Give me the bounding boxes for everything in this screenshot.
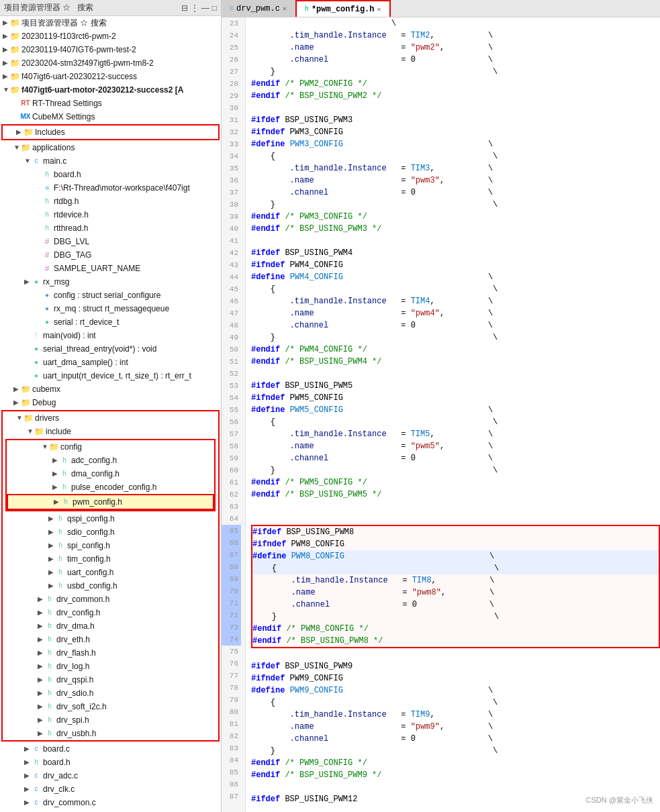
arrow-icon: ▶	[48, 526, 55, 538]
sidebar-item-drv-eth-h[interactable]: ▶ h drv_eth.h	[3, 633, 218, 646]
sidebar-item-f407gen[interactable]: ■ F:\Rt-Thread\motor-workspace\f407igt	[0, 181, 221, 195]
line-70: 70	[222, 585, 241, 597]
sidebar-item-dbg-tag[interactable]: # DBG_TAG	[0, 248, 221, 262]
line-47: 47	[222, 307, 241, 319]
sidebar-item-drv-dma-h[interactable]: ▶ h drv_dma.h	[3, 619, 218, 633]
sidebar-item-proj6-active[interactable]: ▼ 📁 f407igt6-uart-motor-20230212-success…	[0, 83, 221, 97]
line-34: 34	[222, 150, 241, 162]
sidebar-item-rtdbg[interactable]: h rtdbg.h	[0, 195, 221, 208]
sidebar-item-drv-adc-c[interactable]: ▶ c drv_adc.c	[0, 769, 221, 782]
sidebar-item-drivers[interactable]: ▼ 📁 drivers	[3, 411, 218, 425]
sidebar-item-usbd-config[interactable]: ▶ h usbd_config.h	[3, 579, 218, 593]
code-line-55: #define PWM5_CONFIG \	[251, 404, 660, 416]
drv-spi-h-label: drv_spi.h	[56, 714, 89, 726]
sidebar-item-drv-config-h[interactable]: ▶ h drv_config.h	[3, 606, 218, 619]
tab-close-icon[interactable]: ✕	[283, 5, 287, 13]
uart-input-label: uart_input(rt_device_t, rt_size_t) : rt_…	[43, 370, 191, 382]
arrow-icon: ▶	[3, 30, 9, 42]
code-line-41	[251, 235, 660, 247]
sidebar-item-config-serial[interactable]: ● config : struct serial_configure	[0, 289, 221, 302]
sidebar-item-rtthread[interactable]: RT RT-Thread Settings	[0, 97, 221, 110]
sidebar-item-uart-dma[interactable]: ● uart_dma_sample() : int	[0, 356, 221, 369]
sidebar-item-sample-uart[interactable]: # SAMPLE_UART_NAME	[0, 262, 221, 275]
sidebar-item-proj2[interactable]: ▶ 📁 20230119-f103rct6-pwm-2	[0, 30, 221, 43]
sidebar-item-pulse-encoder[interactable]: ▶ h pulse_encoder_config.h	[7, 480, 214, 494]
minimize-icon[interactable]: —	[201, 3, 209, 13]
line-25: 25	[222, 42, 241, 54]
sidebar-item-sdio-config[interactable]: ▶ h sdio_config.h	[3, 525, 218, 539]
sidebar-item-serial[interactable]: ● serial : rt_device_t	[0, 315, 221, 329]
drv-log-h-label: drv_log.h	[56, 660, 89, 672]
sidebar-item-qspi-config[interactable]: ▶ h qspi_config.h	[3, 512, 218, 525]
sidebar-item-rtdevice[interactable]: h rtdevice.h	[0, 208, 221, 221]
sidebar-item-boardh[interactable]: h board.h	[0, 168, 221, 181]
code-line-79: { \	[251, 697, 660, 709]
sidebar-item-drv-usbh-h[interactable]: ▶ h drv_usbh.h	[3, 727, 218, 740]
file-h-icon: h	[44, 729, 55, 738]
arrow-icon: ▶	[3, 57, 9, 69]
line-27: 27	[222, 66, 241, 78]
code-line-83: } \	[251, 745, 660, 757]
sidebar-item-drv-qspi-h[interactable]: ▶ h drv_qspi.h	[3, 673, 218, 687]
sidebar-item-rx-mq[interactable]: ● rx_mq : struct rt_messagequeue	[0, 302, 221, 315]
sidebar-item-drv-clk-c[interactable]: ▶ c drv_clk.c	[0, 782, 221, 796]
sidebar-item-spi-config[interactable]: ▶ h spi_config.h	[3, 539, 218, 552]
code-line-25: .name = "pwm2", \	[251, 42, 660, 54]
tab-drv-pwm[interactable]: c drv_pwm.c ✕	[222, 0, 295, 17]
sidebar-item-uart-input[interactable]: ● uart_input(rt_device_t, rt_size_t) : r…	[0, 369, 221, 383]
sidebar-item-serial-thread[interactable]: ● serial_thread_entry(void*) : void	[0, 342, 221, 356]
menu-icon[interactable]: ⋮	[191, 3, 199, 13]
sidebar-item-debug[interactable]: ▶ 📁 Debug	[0, 396, 221, 409]
sidebar-item-pwm-config[interactable]: ▶ h pwm_config.h	[7, 494, 214, 510]
sidebar-item-board-h2[interactable]: ▶ h board.h	[0, 756, 221, 769]
sidebar-item-drv-log-h[interactable]: ▶ h drv_log.h	[3, 660, 218, 673]
sidebar-item-includes[interactable]: ▶ 📁 Includes	[3, 125, 218, 139]
line-86: 86	[222, 778, 241, 791]
arrow-icon: ▶	[38, 593, 44, 605]
sidebar-item-proj1[interactable]: ▶ 📁 项目资源管理器 ☆ 搜索	[0, 16, 221, 30]
sidebar-item-adc-config[interactable]: ▶ h adc_config.h	[7, 454, 214, 467]
sidebar-item-dma-config[interactable]: ▶ h dma_config.h	[7, 467, 214, 480]
sidebar-item-rtthread-h[interactable]: h rtthread.h	[0, 221, 221, 235]
sidebar-item-drv-sdio-h[interactable]: ▶ h drv_sdio.h	[3, 687, 218, 700]
code-line-59: .channel = 0 \	[251, 452, 660, 464]
sidebar-item-mainc[interactable]: ▼ c main.c	[0, 154, 221, 168]
circle-blue-icon: ●	[42, 304, 52, 313]
sidebar-item-proj5[interactable]: ▶ 📁 f407igt6-uart-20230212-success	[0, 70, 221, 83]
sidebar-item-rx-msg[interactable]: ▶ ● rx_msg	[0, 275, 221, 289]
sidebar-item-config-folder[interactable]: ▼ 📁 config	[7, 440, 214, 454]
arrow-icon: ▶	[16, 126, 23, 138]
line-84: 84	[222, 754, 241, 766]
sidebar-item-drv-common-h[interactable]: ▶ h drv_common.h	[3, 593, 218, 606]
sidebar-item-include[interactable]: ▼ 📁 include	[3, 425, 218, 438]
tab-pwm-config[interactable]: h *pwm_config.h ✕	[295, 0, 391, 17]
sidebar-item-drv-spi-h[interactable]: ▶ h drv_spi.h	[3, 713, 218, 727]
panel-title: 项目资源管理器 ☆ 搜索	[4, 2, 93, 13]
sidebar-item-dbg-lvl[interactable]: # DBG_LVL	[0, 235, 221, 248]
line-77: 77	[222, 670, 241, 682]
maximize-icon[interactable]: □	[212, 3, 217, 13]
sidebar-item-applications[interactable]: ▼ 📁 applications	[0, 141, 221, 154]
sidebar-item-main-func[interactable]: ƒ main(void) : int	[0, 329, 221, 342]
sidebar-item-cubemx[interactable]: MX CubeMX Settings	[0, 110, 221, 123]
sidebar-item-uart-config[interactable]: ▶ h uart_config.h	[3, 566, 218, 579]
sidebar-item-drv-common-c[interactable]: ▶ c drv_common.c	[0, 796, 221, 809]
sidebar-item-cubemx-folder[interactable]: ▶ 📁 cubemx	[0, 383, 221, 396]
pwm-config-label: pwm_config.h	[73, 496, 122, 508]
sidebar-item-board-c[interactable]: ▶ c board.c	[0, 742, 221, 756]
collapse-icon[interactable]: ⊟	[181, 3, 188, 13]
code-line-76: #ifdef BSP_USING_PWM9	[251, 660, 660, 672]
arrow-icon: ▶	[38, 714, 44, 726]
sidebar-item-proj3[interactable]: ▶ 📁 20230119-f407IGT6-pwm-test-2	[0, 43, 221, 56]
sidebar-item-drv-flash-h[interactable]: ▶ h drv_flash.h	[3, 646, 218, 660]
file-c-icon: c	[31, 798, 42, 807]
func-icon: ●	[31, 344, 42, 354]
code-editor: 23 24 25 26 27 28 29 30 31 32 33 34 35 3…	[222, 17, 660, 812]
folder-icon: 📁	[48, 442, 59, 452]
tab-close-active-icon[interactable]: ✕	[377, 5, 381, 13]
code-line-44: #define PWM4_CONFIG \	[251, 271, 660, 283]
sidebar-item-tim-config[interactable]: ▶ h tim_config.h	[3, 552, 218, 566]
sidebar-item-drv-soft-i2c-h[interactable]: ▶ h drv_soft_i2c.h	[3, 700, 218, 713]
main-func-label: main(void) : int	[43, 329, 96, 342]
sidebar-item-proj4[interactable]: ▶ 📁 20230204-stm32f497igt6-pwm-tm8-2	[0, 56, 221, 70]
